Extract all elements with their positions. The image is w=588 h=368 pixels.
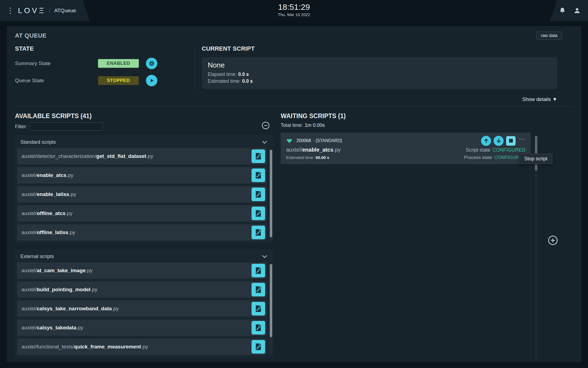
script-prefix: auxtel/ [22, 210, 37, 216]
minus-circle-icon [262, 121, 270, 130]
raw-data-button[interactable]: raw data [536, 32, 562, 40]
scripts-columns: AVAILABLE SCRIPTS (41) Filter: Standard … [15, 111, 573, 362]
filter-label: Filter: [15, 124, 27, 130]
script-ext: .py [66, 210, 72, 216]
panel-header: AT QUEUE raw data [15, 32, 573, 40]
launch-script-button[interactable] [252, 340, 265, 354]
card-middle-row: auxtel/enable_atcs.py Script stateCONFIG… [286, 147, 525, 153]
script-row: auxtel/calsys_takedata.py [17, 320, 267, 336]
summary-state-config-button[interactable] [146, 58, 157, 69]
waiting-script-card: 200068 - [STANDARD] ⋯ [281, 133, 531, 164]
script-path: auxtel/functional_tests/quick_frame_meas… [22, 344, 148, 350]
script-prefix: auxtel/ [22, 229, 37, 235]
scrollbar-thumb[interactable] [535, 136, 537, 171]
stop-script-button[interactable] [506, 136, 516, 146]
external-scripts-scrollbar[interactable] [270, 264, 272, 354]
script-name: at_cam_take_image [37, 268, 86, 273]
available-scripts-title: AVAILABLE SCRIPTS (41) [15, 112, 274, 120]
script-path: auxtel/enable_latiss.py [22, 191, 76, 197]
script-name: enable_latiss [37, 191, 69, 197]
total-time-value: 1m 0.00s [305, 122, 325, 128]
standard-scripts-header[interactable]: Standard scripts [17, 136, 271, 148]
script-name: calsys_take_narrowband_data [37, 306, 112, 311]
estimated-time-label: Estimated time: [286, 155, 314, 160]
top-bar: ⋮ LOVΞ ATQueue 18:51:29 Thu, Mar 10 2022 [0, 0, 588, 21]
launch-script-button[interactable] [252, 149, 265, 163]
current-script-name: None [208, 61, 551, 69]
current-script-box: None Elapsed time:0.0 s Estimated time:0… [202, 57, 557, 89]
clock-date: Thu, Mar 10 2022 [278, 12, 310, 17]
collapse-available-button[interactable] [262, 121, 270, 130]
stop-icon [509, 139, 513, 143]
script-name: enable_atcs [302, 147, 333, 153]
script-path: auxtel/enable_atcs.py [22, 172, 73, 178]
summary-section: STATE Summary State ENABLED Queue State … [15, 45, 573, 92]
launch-script-icon [254, 190, 263, 199]
script-row: auxtel/build_pointing_model.py [17, 281, 267, 298]
chevron-down-icon [261, 139, 268, 146]
script-row: auxtel/functional_tests/quick_frame_meas… [17, 339, 267, 355]
arrow-up-icon [483, 137, 489, 144]
launch-script-button[interactable] [252, 188, 265, 201]
launch-script-button[interactable] [252, 283, 265, 296]
state-section: STATE Summary State ENABLED Queue State … [15, 45, 195, 92]
launch-script-button[interactable] [252, 321, 265, 335]
move-up-button[interactable] [481, 136, 491, 146]
filter-input[interactable] [30, 122, 103, 131]
panel-title: AT QUEUE [15, 32, 47, 39]
plus-circle-icon [548, 235, 558, 246]
launch-script-button[interactable] [252, 207, 265, 220]
launch-script-icon [254, 171, 263, 180]
script-row: auxtel/enable_atcs.py [17, 167, 267, 183]
current-script-title: CURRENT SCRIPT [202, 45, 573, 52]
launch-script-icon [254, 152, 263, 161]
estimated-label: Estimated time: [208, 78, 241, 84]
show-details-toggle[interactable]: Show details ▼ [15, 96, 557, 102]
scrollbar-thumb[interactable] [270, 264, 272, 337]
script-ext: .py [69, 191, 76, 197]
favorite-button[interactable] [286, 137, 293, 144]
launch-script-button[interactable] [252, 264, 265, 277]
script-path: auxtel/offline_atcs.py [22, 210, 72, 216]
script-id: 200068 [296, 138, 311, 143]
script-name: calsys_takedata [37, 325, 76, 330]
script-path: auxtel/offline_latiss.py [22, 229, 75, 235]
expand-add-button[interactable] [548, 235, 558, 246]
section-divider [15, 106, 573, 106]
scrollbar-thumb[interactable] [270, 150, 272, 237]
launch-script-button[interactable] [252, 226, 265, 239]
launch-script-icon [254, 209, 263, 218]
script-prefix: auxtel/ [22, 191, 37, 197]
estimated-time-value: 60.00 s [316, 155, 329, 160]
launch-script-icon [254, 266, 263, 275]
elapsed-value: 0.0 s [238, 72, 249, 77]
process-state-label: Process state [464, 155, 492, 160]
script-name: quick_frame_measurement [74, 344, 141, 349]
launch-script-button[interactable] [252, 168, 265, 182]
script-row: auxtel/offline_atcs.py [17, 205, 267, 222]
waiting-scripts-scrollbar[interactable] [535, 135, 537, 360]
header-left-group: ⋮ LOVΞ ATQueue [5, 0, 76, 21]
external-scripts-header[interactable]: External scripts [17, 250, 271, 262]
script-prefix: auxtel/ [22, 287, 37, 292]
header-right-group [559, 0, 581, 21]
move-down-button[interactable] [494, 136, 504, 146]
notifications-button[interactable] [559, 7, 566, 14]
script-ext: .py [146, 153, 153, 159]
user-button[interactable] [573, 7, 581, 14]
menu-icon[interactable]: ⋮ [5, 7, 18, 14]
summary-state-label: Summary State [15, 60, 98, 66]
run-queue-button[interactable] [146, 75, 157, 86]
launch-script-button[interactable] [252, 302, 265, 315]
group-label: Standard scripts [20, 139, 56, 145]
clock: 18:51:29 Thu, Mar 10 2022 [278, 2, 310, 17]
standard-scripts-scrollbar[interactable] [270, 150, 272, 240]
script-prefix: auxtel/ [22, 172, 37, 178]
standard-scripts-group: Standard scripts auxtel/detector_charact… [15, 135, 274, 243]
script-ext: .py [90, 287, 97, 292]
atqueue-panel: AT QUEUE raw data STATE Summary State EN… [7, 26, 581, 362]
heart-icon [286, 137, 293, 144]
queue-state-row: Queue State STOPPED [15, 75, 195, 86]
right-rail [538, 111, 573, 362]
estimated-value: 0.0 s [242, 78, 253, 84]
